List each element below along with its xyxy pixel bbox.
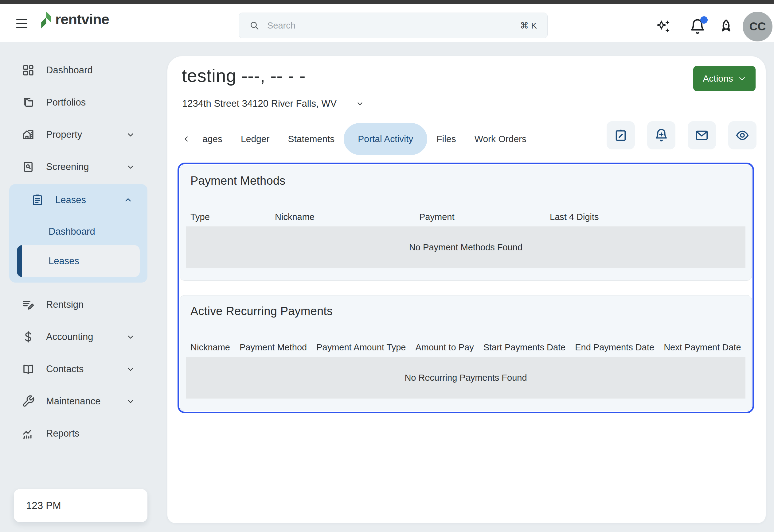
sidebar-item-accounting[interactable]: Accounting [0, 327, 158, 347]
sidebar-item-screening[interactable]: Screening [0, 157, 158, 177]
sidebar-item-maintenance[interactable]: Maintenance [0, 391, 158, 411]
column-header-nickname: Nickname [190, 342, 230, 353]
sidebar-item-label: Accounting [46, 331, 93, 342]
clock-time: 123 PM [26, 500, 61, 511]
leases-icon [31, 194, 44, 206]
contacts-icon [21, 363, 35, 376]
tab-ledger[interactable]: Ledger [232, 123, 279, 155]
chevron-down-icon [126, 130, 135, 139]
column-header-end-payments-date: End Payments Date [575, 342, 654, 353]
maintenance-icon [21, 395, 35, 408]
recurring-payments-section: Active Recurring Payments Nickname Payme… [180, 295, 752, 411]
selected-indicator [17, 245, 22, 277]
watch-button[interactable] [728, 121, 757, 149]
tabs-scroll-left-button[interactable] [180, 135, 193, 143]
column-header-payment: Payment [419, 212, 550, 222]
chevron-down-icon [738, 75, 746, 83]
chevron-down-icon [356, 99, 364, 108]
column-header-payment-method: Payment Method [240, 342, 307, 353]
notes-button[interactable] [607, 121, 635, 149]
chevron-down-icon [126, 364, 135, 374]
sidebar-subitem-label: Leases [17, 256, 79, 267]
column-header-next-payment-date: Next Payment Date [664, 342, 741, 353]
payment-methods-empty-state: No Payment Methods Found [186, 226, 745, 268]
notification-badge [700, 16, 708, 24]
sidebar-subitem-dashboard[interactable]: Dashboard [9, 222, 147, 241]
portal-activity-panel: Payment Methods Type Nickname Payment La… [177, 163, 754, 413]
sidebar-item-label: Reports [46, 428, 79, 439]
chevron-up-icon [123, 195, 133, 205]
sidebar-item-rentsign[interactable]: Rentsign [0, 295, 158, 314]
add-reminder-button[interactable] [647, 121, 675, 149]
menu-button[interactable] [16, 19, 27, 28]
search-input[interactable] [267, 21, 512, 31]
tab-portal-activity[interactable]: Portal Activity [344, 123, 427, 155]
tab-files[interactable]: Files [427, 123, 465, 155]
brand-wordmark: rentvine [55, 12, 109, 28]
address-dropdown-button[interactable] [356, 99, 364, 108]
rentvine-logo-mark-icon [39, 10, 52, 30]
sidebar-item-label: Property [46, 129, 82, 140]
column-header-start-payments-date: Start Payments Date [483, 342, 566, 353]
global-search[interactable]: ⌘ K [239, 13, 547, 38]
portfolios-icon [21, 96, 35, 109]
bell-plus-icon [654, 128, 668, 142]
empty-state-message: No Recurring Payments Found [404, 373, 527, 383]
tab-work-orders[interactable]: Work Orders [465, 123, 536, 155]
sidebar-item-reports[interactable]: Reports [0, 424, 158, 443]
tab-statements[interactable]: Statements [279, 123, 344, 155]
sidebar-item-label: Rentsign [46, 299, 83, 310]
search-icon [250, 21, 259, 30]
sidebar-item-label: Maintenance [46, 396, 101, 407]
property-icon [21, 128, 35, 141]
email-button[interactable] [688, 121, 716, 149]
sidebar-item-dashboard[interactable]: Dashboard [0, 60, 158, 80]
avatar[interactable]: CC [743, 12, 772, 41]
sidebar-item-property[interactable]: Property [0, 125, 158, 145]
clock-widget: 123 PM [14, 489, 147, 522]
column-header-last4: Last 4 Digits [550, 212, 741, 222]
chevron-down-icon [126, 332, 135, 341]
tab-packages-truncated[interactable]: ages [193, 123, 232, 155]
menu-icon [16, 19, 27, 20]
reports-icon [21, 427, 35, 440]
actions-button-label: Actions [703, 73, 733, 84]
accounting-icon [21, 330, 35, 343]
actions-button[interactable]: Actions [693, 66, 756, 91]
envelope-icon [695, 128, 709, 142]
sidebar-subitem-leases[interactable]: Leases [17, 245, 140, 277]
sidebar-item-label: Dashboard [46, 65, 93, 76]
sidebar-item-label: Portfolios [46, 97, 86, 108]
sparkles-icon [656, 18, 672, 34]
property-address-row: 1234th Street 34120 River Falls, WV [182, 98, 364, 109]
sidebar: Dashboard Portfolios Property Screening … [0, 42, 167, 532]
app-header: rentvine ⌘ K CC [0, 4, 774, 42]
column-header-nickname: Nickname [275, 212, 419, 222]
sidebar-item-label: Screening [46, 161, 89, 172]
sidebar-item-portfolios[interactable]: Portfolios [0, 93, 158, 112]
ai-assistant-button[interactable] [656, 18, 672, 35]
property-address: 1234th Street 34120 River Falls, WV [182, 98, 337, 109]
eye-icon [735, 128, 749, 142]
payment-methods-header-row: Type Nickname Payment Last 4 Digits [186, 212, 745, 222]
whats-new-button[interactable] [718, 18, 734, 34]
column-header-payment-amount-type: Payment Amount Type [316, 342, 406, 353]
sidebar-item-leases[interactable]: Leases [9, 190, 147, 210]
sidebar-item-contacts[interactable]: Contacts [0, 359, 158, 379]
page-title: testing ---, -- - - [182, 65, 306, 86]
column-header-amount-to-pay: Amount to Pay [415, 342, 474, 353]
recurring-payments-header-row: Nickname Payment Method Payment Amount T… [186, 342, 745, 353]
rentvine-logo[interactable]: rentvine [39, 10, 109, 30]
dashboard-icon [21, 64, 35, 77]
payment-methods-title: Payment Methods [186, 174, 745, 187]
column-header-type: Type [190, 212, 275, 222]
sidebar-item-label: Leases [55, 195, 86, 206]
rentsign-icon [21, 298, 35, 311]
sidebar-group-leases: Leases Dashboard Leases [9, 184, 147, 283]
notifications-button[interactable] [689, 18, 706, 35]
recurring-payments-empty-state: No Recurring Payments Found [186, 357, 745, 399]
sidebar-subitem-label: Dashboard [48, 226, 95, 237]
lease-quick-actions [607, 121, 757, 149]
rocket-icon [718, 18, 734, 34]
screening-icon [21, 160, 35, 173]
